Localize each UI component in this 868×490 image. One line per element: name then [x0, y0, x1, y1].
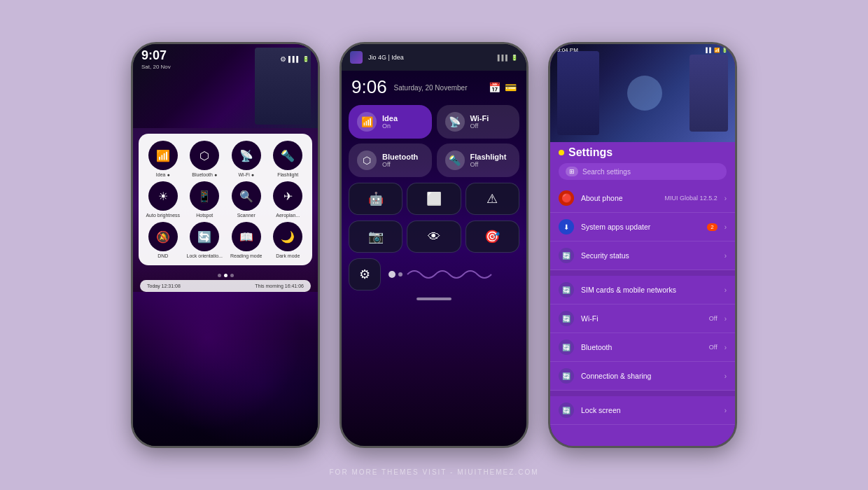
bluetooth-control-sub: Off [382, 161, 418, 168]
wallet-icon[interactable]: 💳 [505, 82, 517, 93]
settings-dot [559, 150, 564, 155]
notif-today: Today 12:31:08 [147, 284, 181, 288]
phone-2: Jio 4G | Idea ▌▌▌ 🔋 9:06 Saturday, 20 No… [340, 42, 528, 448]
phone2-notification-bar: Jio 4G | Idea ▌▌▌ 🔋 [342, 44, 526, 71]
phone2-home-indicator [416, 298, 451, 300]
toggle-scanner-label: Scanner [237, 213, 255, 218]
toggle-hotspot[interactable]: 📱 Hotspot [186, 181, 224, 218]
phone1-screen: 9:07 Sat, 20 Nov ⚙ ▌▌▌ 🔋 📶 Idea ● ⬡ [133, 44, 318, 446]
dot-1 [218, 274, 221, 277]
toggle-bluetooth-label: Bluetooth ● [192, 172, 217, 177]
connection-label: Connection & sharing [581, 372, 718, 380]
toggle-darkmode[interactable]: 🌙 Dark mode [270, 222, 307, 258]
toggle-aeroplane[interactable]: ✈ Aeroplan... [270, 181, 307, 218]
search-icon: ⊞ [566, 167, 578, 176]
control-bluetooth[interactable]: ⬡ Bluetooth Off [349, 144, 432, 177]
control-idea[interactable]: 📶 Idea On [349, 105, 432, 139]
small-icon-grid-1: 🤖 ⬜ ⚠ [342, 180, 526, 218]
settings-item-sysapps[interactable]: ⬇ System apps updater 2 › [550, 213, 735, 241]
settings-item-lockscreen[interactable]: 🔄 Lock screen › [550, 396, 735, 425]
bluetooth-control-icon: ⬡ [357, 150, 377, 170]
bluetooth-icon: ⬡ [190, 141, 219, 170]
small-tile-warning[interactable]: ⚠ [465, 183, 519, 215]
about-phone-arrow: › [724, 195, 727, 202]
gear-icon[interactable]: ⚙ [280, 55, 286, 63]
phone3-signal-icons: ▌▌ 📶 🔋 [706, 48, 728, 53]
toggle-flashlight-label: Flashlight [277, 172, 298, 177]
darkmode-icon: 🌙 [273, 222, 302, 251]
settings-wifi-label: Wi-Fi [581, 314, 702, 323]
signal-icon: ▌▌▌ [288, 56, 300, 62]
small-tile-robot[interactable]: 🤖 [349, 183, 402, 215]
divider-1 [550, 270, 735, 276]
quick-toggles-panel: 📶 Idea ● ⬡ Bluetooth ● 📡 Wi-Fi ● 🔦 Flash… [139, 134, 312, 265]
svg-point-1 [398, 272, 402, 276]
phone2-time-section: 9:06 Saturday, 20 November 📅 💳 [342, 71, 526, 102]
sysapps-badge: 2 [707, 223, 717, 231]
settings-item-sim[interactable]: 🔄 SIM cards & mobile networks › [550, 276, 735, 304]
sysapps-label: System apps updater [581, 223, 700, 231]
toggle-hotspot-label: Hotspot [196, 213, 213, 218]
settings-tile[interactable]: ⚙ [349, 258, 381, 290]
idea-control-label: Idea [382, 114, 398, 122]
settings-item-bluetooth[interactable]: 🔄 Bluetooth Off › [550, 333, 735, 362]
search-input[interactable]: Search settings [582, 168, 720, 176]
wifi-control-icon: 📡 [445, 112, 465, 132]
toggle-flashlight[interactable]: 🔦 Flashlight [270, 141, 307, 177]
wave-decoration [386, 258, 519, 290]
notification-bar: Today 12:31:08 This morning 16:41:06 [140, 280, 311, 292]
phone2-date: Saturday, 20 November [394, 84, 468, 92]
notif-app-icon [350, 51, 363, 64]
control-wifi[interactable]: 📡 Wi-Fi Off [437, 105, 520, 139]
small-tile-target[interactable]: 🎯 [465, 220, 519, 253]
toggle-idea[interactable]: 📶 Idea ● [144, 141, 182, 177]
settings-list: 🔴 About phone MIUI Global 12.5.2 › ⬇ Sys… [550, 184, 735, 446]
small-tile-screen[interactable]: ⬜ [407, 183, 461, 215]
about-phone-icon: 🔴 [559, 190, 574, 206]
toggle-autobrightness[interactable]: ☀ Auto brightness [144, 181, 182, 218]
page-dots [133, 274, 318, 277]
phone2-time: 9:06 [351, 76, 387, 98]
settings-item-connection[interactable]: 🔄 Connection & sharing › [550, 362, 735, 391]
watermark: FOR MORE THEMES VISIT - MIUITHEMEZ.COM [330, 468, 539, 476]
toggle-reading[interactable]: 📖 Reading mode [227, 222, 265, 258]
flashlight-control-icon: 🔦 [445, 150, 465, 170]
lockscreen-arrow: › [724, 407, 727, 414]
toggle-dnd[interactable]: 🔕 DND [144, 222, 182, 258]
toggle-wifi-label: Wi-Fi ● [239, 172, 255, 177]
settings-title-text: Settings [568, 146, 612, 159]
phone2-controls: 📶 Idea On 📡 Wi-Fi Off ⬡ Bluetooth Off [342, 102, 526, 180]
settings-purple-bar: Settings [550, 142, 735, 163]
settings-item-wifi[interactable]: 🔄 Wi-Fi Off › [550, 304, 735, 333]
settings-search-bar[interactable]: ⊞ Search settings [559, 163, 727, 180]
aeroplane-icon: ✈ [273, 181, 302, 211]
control-flashlight[interactable]: 🔦 Flashlight Off [437, 144, 520, 177]
security-icon: 🔄 [559, 248, 574, 263]
flashlight-control-label: Flashlight [470, 153, 507, 161]
calendar-icon[interactable]: 📅 [489, 82, 500, 93]
phone-1: 9:07 Sat, 20 Nov ⚙ ▌▌▌ 🔋 📶 Idea ● ⬡ [131, 42, 320, 448]
phone2-screen: Jio 4G | Idea ▌▌▌ 🔋 9:06 Saturday, 20 No… [342, 44, 526, 446]
notif-carrier: Jio 4G | Idea [368, 54, 404, 61]
phone1-status-bar: 9:07 Sat, 20 Nov ⚙ ▌▌▌ 🔋 [141, 48, 309, 70]
scanner-icon: 🔍 [232, 181, 261, 211]
settings-wifi-value: Off [709, 315, 718, 322]
small-tile-camera[interactable]: 📷 [349, 220, 402, 253]
settings-item-about[interactable]: 🔴 About phone MIUI Global 12.5.2 › [550, 184, 735, 213]
phone2-bottom-row: ⚙ [342, 255, 526, 293]
flashlight-control-sub: Off [470, 161, 507, 168]
phone1-wallpaper-top: 9:07 Sat, 20 Nov ⚙ ▌▌▌ 🔋 [133, 44, 318, 128]
toggle-bluetooth[interactable]: ⬡ Bluetooth ● [186, 141, 224, 177]
notif-signal: ▌▌▌ 🔋 [498, 55, 518, 61]
settings-item-security[interactable]: 🔄 Security status › [550, 241, 735, 270]
phone3-char-left [557, 51, 599, 135]
toggle-orientation[interactable]: 🔄 Lock orientatio... [186, 222, 224, 258]
small-tile-eye[interactable]: 👁 [407, 220, 461, 253]
security-arrow: › [724, 252, 727, 260]
notif-morning: This morning 16:41:06 [255, 284, 304, 288]
lockscreen-label: Lock screen [581, 406, 718, 414]
toggle-scanner[interactable]: 🔍 Scanner [227, 181, 265, 218]
toggle-wifi[interactable]: 📡 Wi-Fi ● [227, 141, 265, 177]
settings-bluetooth-value: Off [709, 344, 718, 351]
lockscreen-icon: 🔄 [559, 402, 574, 418]
